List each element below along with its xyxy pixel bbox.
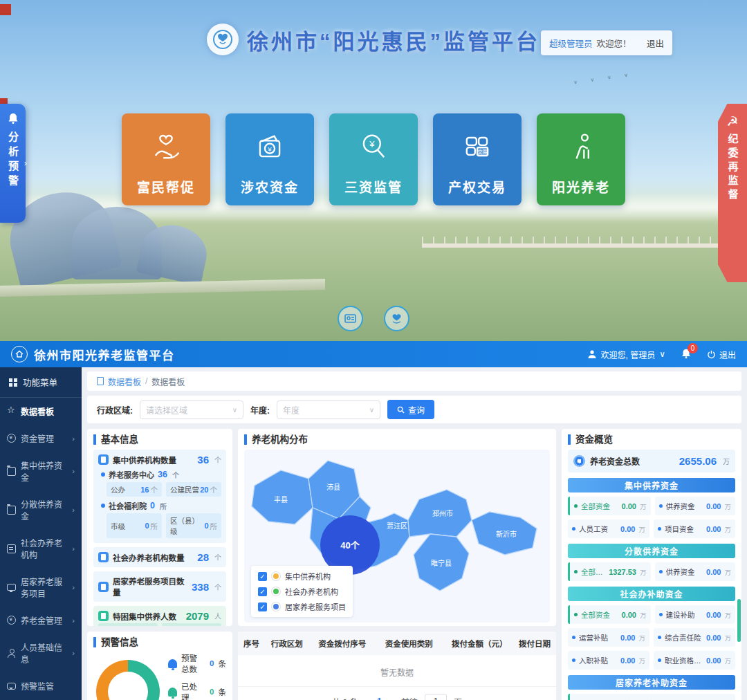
- tile-chanquan-jiaoyi[interactable]: 交易 产权交易: [433, 113, 522, 205]
- svg-text:40个: 40个: [340, 540, 360, 551]
- prev-page-button[interactable]: ‹: [365, 697, 370, 700]
- chevron-right-icon: ›: [72, 583, 75, 591]
- tile-shenong-zijin[interactable]: ¥ 涉农资金: [225, 113, 314, 205]
- pin-icon: [272, 572, 280, 580]
- sidebar-item-alert-supervision[interactable]: 预警监管: [0, 672, 82, 699]
- care-heart-button[interactable]: [384, 306, 409, 331]
- chevron-right-icon: ›: [72, 467, 75, 475]
- checkbox-checked[interactable]: ✓: [258, 602, 267, 611]
- basic-info-title: 基本信息: [93, 434, 226, 445]
- caret-down-icon: ∨: [369, 406, 374, 414]
- next-page-button[interactable]: ›: [389, 697, 394, 700]
- current-page[interactable]: 1: [377, 697, 382, 700]
- tile-label: 三资监管: [344, 177, 403, 196]
- tile-label: 产权交易: [448, 177, 506, 196]
- sidebar-item-pension-mgmt[interactable]: 养老金管理 ›: [0, 607, 82, 634]
- breadcrumb: 数据看板 / 数据看板: [87, 371, 741, 391]
- analysis-alert-tab[interactable]: 分析预警 ›: [0, 104, 26, 223]
- doc-badge-icon: [98, 582, 109, 592]
- xuzhou-map: 丰县 沛县 贾汪区 邳州市 新沂市 睢宁县 40个: [244, 450, 550, 623]
- search-icon: [397, 406, 405, 414]
- corner-marker: [0, 4, 11, 15]
- svg-text:交易: 交易: [478, 149, 488, 155]
- filter-bar: 行政区域: 请选择区域 ∨ 年度: 年度 ∨ 查询: [87, 396, 741, 423]
- svg-text:沛县: 沛县: [326, 483, 340, 491]
- portal-title: 徐州市“阳光惠民”监管平台: [247, 24, 540, 55]
- pin-icon: [272, 602, 280, 611]
- funds-overview-card: 资金概览 养老资金总数 2655.06 万 集中供养资金 全部资金0.00万 供…: [562, 429, 741, 700]
- svg-text:睢宁县: 睢宁县: [431, 559, 452, 567]
- sidebar-item-dashboard[interactable]: 数据看板: [0, 398, 82, 425]
- logout-label: 退出: [719, 349, 736, 360]
- grid-icon: [8, 378, 17, 387]
- tile-sanzi-jianguan[interactable]: ¥ 三资监管: [329, 113, 418, 205]
- user-menu[interactable]: 欢迎您, 管理员 ∨: [587, 349, 665, 360]
- main-area: 数据看板 / 数据看板 行政区域: 请选择区域 ∨ 年度: 年度 ∨: [82, 367, 747, 700]
- checkbox-checked[interactable]: ✓: [258, 572, 267, 581]
- portal-tiles: 富民帮促 ¥ 涉农资金 ¥ 三资监管: [122, 113, 625, 205]
- sidebar-item-central-support-funds[interactable]: 集中供养资金 ›: [0, 452, 82, 490]
- welcome-text: 欢迎您！: [597, 37, 631, 50]
- region-select[interactable]: 请选择区域 ∨: [140, 400, 243, 419]
- id-card-icon: [344, 312, 357, 325]
- total-count: 共 0 条: [332, 696, 358, 700]
- tile-fumin-bangcu[interactable]: 富民帮促: [122, 113, 210, 205]
- legend-home-projects: ✓ 居家养老服务项目: [258, 601, 346, 612]
- svg-text:贾汪区: 贾汪区: [387, 522, 407, 530]
- magnifier-yuan-icon: ¥: [356, 129, 391, 165]
- analysis-alert-label: 分析预警: [6, 131, 20, 190]
- portal-hero: ᵛ ᵛ ᵛ ᵛ 徐州市“阳光惠民”监管平台 超级管理员 欢迎您！ 退出 富民帮促: [0, 0, 747, 341]
- alerts-card: 预警信息 预警总数 0 条: [87, 632, 232, 700]
- sidebar-item-funds-mgmt[interactable]: 资金管理 ›: [0, 425, 82, 452]
- scrollbar-thumb[interactable]: [737, 599, 741, 642]
- coin-icon: [7, 434, 16, 443]
- dashboard-app: 徐州市阳光养老监管平台 欢迎您, 管理员 ∨ 0 退出: [0, 341, 747, 700]
- central-orgs-block: 集中供养机构数量 36 个 养老服务中心 36 个: [93, 450, 226, 543]
- fund-item: 职业资格补贴0.00万: [654, 651, 735, 670]
- discipline-supervision-tab[interactable]: ☭ 纪委再监督 ‹: [718, 104, 747, 282]
- sidebar-item-personnel-info[interactable]: 人员基础信息 ›: [0, 634, 82, 672]
- portal-logout-button[interactable]: 退出: [647, 37, 664, 50]
- hero-dock: [338, 306, 409, 331]
- stat-chip: 公办16个: [107, 482, 162, 497]
- portal-logo-icon: [207, 24, 239, 55]
- search-button[interactable]: 查询: [387, 400, 434, 419]
- tile-label: 富民帮促: [137, 177, 195, 196]
- notification-badge: 0: [688, 343, 698, 353]
- stat-chip: 五保老人103人: [98, 623, 158, 626]
- section-scattered-support: 分散供养资金: [568, 544, 735, 558]
- fund-item: 运营补贴0.00万: [568, 628, 649, 647]
- fund-item: 综合责任险0.00万: [654, 628, 735, 647]
- legend-central-orgs: ✓ 集中供养机构: [258, 571, 346, 582]
- chevron-right-icon: ›: [24, 158, 27, 168]
- id-card-button[interactable]: [338, 306, 363, 331]
- sidebar-item-scattered-support-funds[interactable]: 分散供养资金 ›: [0, 490, 82, 529]
- tile-yangguang-yanglao[interactable]: 阳光养老: [537, 113, 625, 205]
- bell-icon: [168, 659, 177, 668]
- fund-item: 供养资金0.00万: [655, 497, 736, 515]
- sidebar-item-social-elder-orgs[interactable]: 社会办养老机构 ›: [0, 529, 82, 568]
- region-filter-label: 行政区域:: [97, 404, 133, 416]
- year-filter-label: 年度:: [250, 404, 270, 416]
- chevron-right-icon: ›: [72, 434, 75, 443]
- alert-total-row: 预警总数 0 条: [168, 652, 226, 674]
- wallet-yuan-icon: ¥: [252, 129, 288, 165]
- fund-item: 全部资金0.00万: [568, 605, 651, 624]
- alerts-donut-chart: [96, 660, 160, 700]
- goto-page-input[interactable]: [425, 694, 447, 700]
- logout-button[interactable]: 退出: [707, 349, 736, 360]
- sidebar-item-home-care-projects[interactable]: 居家养老服务项目 ›: [0, 568, 82, 607]
- map-title: 养老机构分布: [244, 434, 550, 445]
- notifications-button[interactable]: 0: [681, 348, 692, 361]
- pagination: 共 0 条 ‹ 1 › 前往 页: [238, 687, 556, 700]
- svg-text:¥: ¥: [369, 139, 375, 149]
- party-emblem-icon: ☭: [726, 115, 738, 128]
- pin-icon: [272, 587, 280, 596]
- star-icon: [7, 407, 16, 416]
- svg-text:丰县: 丰县: [274, 495, 288, 504]
- breadcrumb-root[interactable]: 数据看板: [108, 376, 141, 387]
- tile-label: 阳光养老: [552, 177, 610, 196]
- checkbox-checked[interactable]: ✓: [258, 587, 267, 596]
- year-select[interactable]: 年度 ∨: [277, 400, 380, 419]
- fund-item: 项目资金0.00万: [654, 519, 735, 538]
